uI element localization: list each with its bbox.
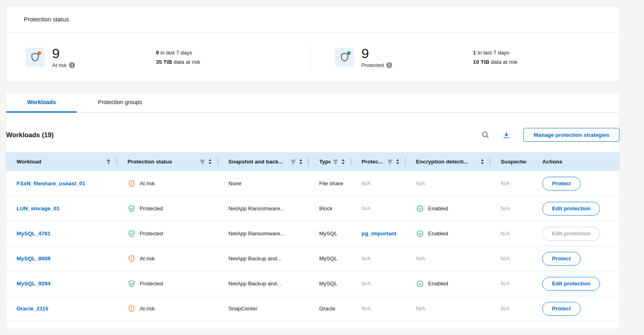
filter-icon[interactable] [291,159,296,164]
sort-icon[interactable] [395,159,400,165]
workload-type-text: Oracle [319,306,335,312]
workloads-count-title: Workloads (19) [6,131,54,139]
suspected-user-value: N/A [501,306,510,312]
table-row: MySQL_8009At riskNetApp Backup and...MyS… [6,246,619,271]
protection-status-text: Protected [140,230,163,237]
workload-type-text: MySQL [319,255,337,262]
column-label: Protec... [362,159,383,165]
column-header-protec[interactable]: Protec... [351,152,406,171]
protection-status-text: Protected [140,205,163,211]
column-header-encryption-detecti[interactable]: Encryption detecti... [406,152,490,171]
column-header-snapshot-and-back[interactable]: Snapshot and back... [218,152,309,171]
column-label: Actions [542,159,562,165]
column-header-actions[interactable]: Actions [532,152,619,171]
at-risk-count-block: 9 At risk i [52,46,75,68]
protected-stat: 9 Protected i 1 in last 7 days 10 TiB da… [311,46,620,68]
column-label: Workload [17,159,41,165]
protection-status-text: Protected [140,281,163,287]
column-header-workload[interactable]: Workload [6,152,117,171]
at-risk-shield-icon [128,180,136,188]
workloads-content: Workloads (19) Manage protection strateg… [6,128,619,329]
workload-type-text: File share [319,180,343,186]
tabs: Workloads Protection groups [6,92,619,113]
table-row: LUN_storage_01ProtectedNetApp Ransomware… [6,196,619,221]
column-header-suspected-u[interactable]: Suspected u... [490,152,532,171]
sort-asc-icon[interactable] [106,159,111,165]
protected-shield-icon [335,48,354,67]
filter-icon[interactable] [333,159,338,164]
column-label: Encryption detecti... [416,159,468,165]
download-icon[interactable] [502,131,510,139]
at-risk-details: 9 in last 7 days 35 TiB data at risk [156,46,200,68]
protected-dot-icon [347,51,351,55]
column-label: Snapshot and back... [228,159,283,165]
tab-workloads[interactable]: Workloads [6,92,77,113]
protected-label: Protected [362,62,384,68]
encryption-status-text: N/A [416,180,425,186]
edit-protection-button[interactable]: Edit protection [542,277,600,291]
protection-group-value: N/A [362,281,371,287]
protection-status-text: At risk [140,180,155,186]
enabled-check-icon [416,205,424,213]
workload-link[interactable]: MySQL_8009 [17,255,50,262]
filter-icon[interactable] [387,159,393,164]
edit-protection-button: Edit protection [542,227,600,241]
info-icon[interactable]: i [386,62,392,68]
protected-last7-text: in last 7 days [476,50,510,56]
table-row: MySQL_4781ProtectedNetApp Ransomware...M… [6,221,619,246]
protection-status-text: At risk [140,306,155,312]
snapshot-policy-text: NetApp Backup and... [228,255,281,262]
sort-icon[interactable] [208,159,212,165]
at-risk-data-value: 35 TiB [156,59,172,65]
sort-icon[interactable] [480,159,485,165]
info-icon[interactable]: i [69,62,75,68]
workload-link[interactable]: FSxN_fileshare_useast_01 [17,180,85,186]
at-risk-last7-value: 9 [156,50,159,56]
protect-button[interactable]: Protect [542,302,581,316]
table-row: MySQL_9294ProtectedNetApp Backup and...M… [6,271,619,296]
protected-data-text: data at risk [489,59,517,65]
protection-status-text: At risk [140,255,155,262]
protected-count-block: 9 Protected i [362,46,393,68]
protection-group-value: N/A [362,205,371,211]
suspected-user-value: N/A [501,180,510,186]
at-risk-stat: 9 At risk i 9 in last 7 days 35 TiB data… [6,46,310,68]
manage-protection-strategies-button[interactable]: Manage protection strategies [523,128,619,142]
search-icon[interactable] [481,131,489,139]
column-header-protection-status[interactable]: Protection status [117,152,218,171]
column-header-type[interactable]: Type [309,152,351,171]
protected-count: 9 [362,46,393,61]
at-risk-shield-icon [25,48,45,67]
filter-icon[interactable] [200,159,205,164]
workload-link[interactable]: LUN_storage_01 [17,205,60,211]
encryption-status-text: Enabled [428,281,448,287]
workload-link[interactable]: MySQL_4781 [17,230,50,237]
tab-protection-groups[interactable]: Protection groups [77,92,163,113]
edit-protection-button[interactable]: Edit protection [542,202,600,216]
sort-icon[interactable] [299,159,303,165]
at-risk-last7-text: in last 7 days [159,50,192,56]
workload-link[interactable]: Oracle_2115 [17,306,48,312]
encryption-status-text: N/A [416,255,425,262]
workload-link[interactable]: MySQL_9294 [17,281,50,287]
workloads-toolbar: Workloads (19) Manage protection strateg… [6,128,619,142]
protection-group-link[interactable]: pg_important [362,230,396,237]
protect-button[interactable]: Protect [542,252,581,266]
table-body: FSxN_fileshare_useast_01At riskNoneFile … [6,171,619,321]
column-label: Suspected u... [501,159,526,165]
protection-status-header: Protection status [6,6,619,33]
protect-button[interactable]: Protect [542,177,581,191]
table-row: FSxN_fileshare_useast_01At riskNoneFile … [6,171,619,196]
column-label: Protection status [128,159,172,165]
protected-details: 1 in last 7 days 10 TiB data at risk [473,46,517,68]
protection-status-card: Protection status 9 At risk i 9 in last … [6,6,620,82]
enabled-check-icon [416,280,424,288]
snapshot-policy-text: NetApp Ransomware... [228,230,285,237]
protection-group-value: N/A [362,306,371,312]
snapshot-policy-text: NetApp Ransomware... [228,205,285,211]
protected-shield-icon [128,205,136,213]
snapshot-policy-text: SnapCenter [228,306,257,312]
protection-group-value: N/A [362,180,371,186]
sort-icon[interactable] [341,159,345,165]
workloads-panel: Workloads Protection groups Workloads (1… [6,92,620,329]
